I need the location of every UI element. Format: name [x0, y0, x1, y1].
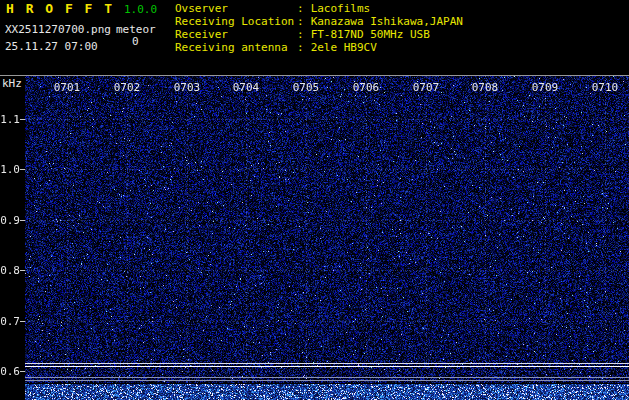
info-row-observer: Ovserver:Lacofilms	[175, 2, 370, 15]
info-row-antenna: Receiving antenna:2ele HB9CV	[175, 41, 377, 54]
time-label-0710: 0710	[592, 81, 619, 94]
signal-level-strip-canvas	[25, 384, 629, 400]
level-line-upper-2	[25, 366, 629, 367]
freq-gridline	[25, 119, 629, 120]
observation-datetime: 25.11.27 07:00	[5, 40, 98, 53]
freq-gridline	[25, 220, 629, 221]
time-label-0701: 0701	[54, 81, 81, 94]
freq-tick	[20, 321, 25, 322]
time-label-0702: 0702	[114, 81, 141, 94]
freq-gridline	[25, 371, 629, 372]
minute-gridline	[366, 76, 367, 383]
level-line-lower-1	[25, 377, 629, 378]
hrofft-window: H R O F F T 1.0.0 XX2511270700.png meteo…	[0, 0, 629, 400]
minute-gridline	[605, 76, 606, 383]
level-line-lower-2	[25, 380, 629, 381]
info-colon: :	[297, 28, 304, 41]
info-value-observer: Lacofilms	[311, 2, 371, 15]
time-label-0703: 0703	[174, 81, 201, 94]
app-title: H R O F F T	[6, 2, 114, 15]
minute-gridline	[426, 76, 427, 383]
time-label-0707: 0707	[413, 81, 440, 94]
info-value-location: Kanazawa Ishikawa,JAPAN	[311, 15, 463, 28]
freq-tick	[20, 169, 25, 170]
freq-tick	[20, 371, 25, 372]
minute-gridline	[485, 76, 486, 383]
info-label-antenna: Receiving antenna	[175, 41, 297, 54]
freq-label-0-8: 0.8	[0, 264, 20, 277]
minute-gridline	[246, 76, 247, 383]
level-line-upper-1	[25, 363, 629, 364]
output-filename: XX2511270700.png	[5, 23, 111, 36]
minute-gridline	[545, 76, 546, 383]
freq-label-0-6: 0.6	[0, 365, 20, 378]
minute-gridline	[127, 76, 128, 383]
time-label-0706: 0706	[353, 81, 380, 94]
freq-label-0-7: 0.7	[0, 315, 20, 328]
time-label-0705: 0705	[293, 81, 320, 94]
app-version: 1.0.0	[124, 3, 157, 16]
minute-gridline	[67, 76, 68, 383]
freq-gridline	[25, 169, 629, 170]
meteor-count: 0	[132, 35, 139, 48]
info-label-observer: Ovserver	[175, 2, 297, 15]
time-label-0704: 0704	[233, 81, 260, 94]
freq-gridline	[25, 270, 629, 271]
freq-label-1-0: 1.0	[0, 163, 20, 176]
info-label-location: Receiving Location	[175, 15, 297, 28]
info-label-receiver: Receiver	[175, 28, 297, 41]
info-colon: :	[297, 15, 304, 28]
time-label-0709: 0709	[532, 81, 559, 94]
minute-gridline	[306, 76, 307, 383]
time-label-0708: 0708	[472, 81, 499, 94]
minute-gridline	[187, 76, 188, 383]
info-colon: :	[297, 2, 304, 15]
freq-unit-label: kHz	[2, 77, 22, 90]
info-row-receiver: Receiver:FT-817ND 50MHz USB	[175, 28, 430, 41]
spectrogram-noise-canvas	[25, 76, 629, 383]
info-colon: :	[297, 41, 304, 54]
info-value-receiver: FT-817ND 50MHz USB	[311, 28, 430, 41]
freq-tick	[20, 119, 25, 120]
freq-tick	[20, 220, 25, 221]
info-value-antenna: 2ele HB9CV	[311, 41, 377, 54]
freq-label-0-9: 0.9	[0, 214, 20, 227]
freq-gridline	[25, 321, 629, 322]
freq-tick	[20, 270, 25, 271]
freq-label-1-1: 1.1	[0, 113, 20, 126]
info-row-location: Receiving Location:Kanazawa Ishikawa,JAP…	[175, 15, 463, 28]
